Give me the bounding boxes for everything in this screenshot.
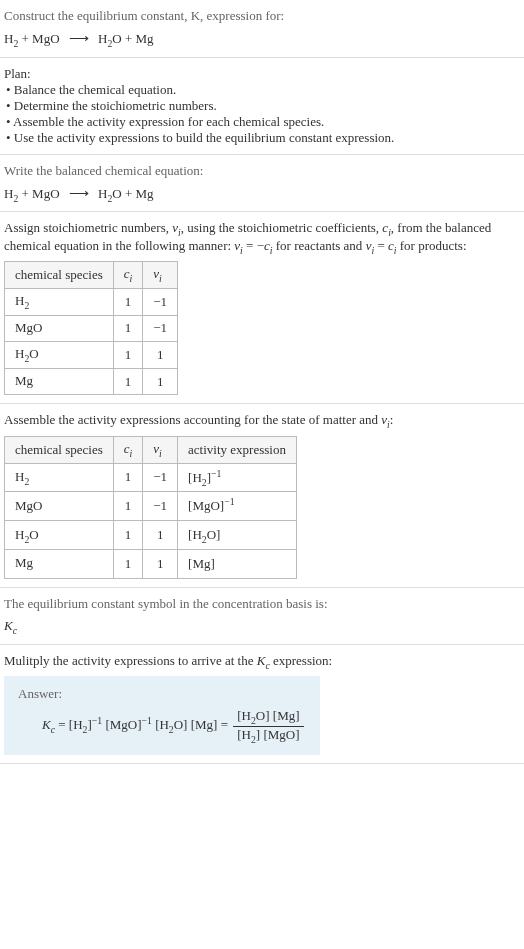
- sp: Mg: [15, 555, 33, 570]
- eq2: =: [374, 238, 388, 253]
- th-ci: ci: [113, 436, 143, 463]
- esup: −1: [224, 496, 234, 507]
- cell-nui: 1: [143, 521, 178, 550]
- cell-species: H2O: [5, 521, 114, 550]
- beq-plus-mgo: + MgO: [18, 186, 63, 201]
- symbol-prompt: The equilibrium constant symbol in the c…: [4, 596, 520, 612]
- eq-plus-mgo: + MgO: [18, 31, 63, 46]
- ap3: [MgO]: [102, 717, 141, 732]
- table-row: MgO1−1[MgO]−1: [5, 492, 297, 521]
- ap4: [H: [152, 717, 169, 732]
- ap1: Assemble the activity expressions accoun…: [4, 412, 381, 427]
- cell-nui: −1: [143, 288, 178, 315]
- intro-section: Construct the equilibrium constant, K, e…: [0, 0, 524, 58]
- cell-ci: 1: [113, 342, 143, 369]
- cell-species: MgO: [5, 492, 114, 521]
- k: K: [4, 618, 13, 633]
- multiply-prompt: Mulitply the activity expressions to arr…: [4, 653, 520, 671]
- th-ci: ci: [113, 262, 143, 289]
- plan-bullet-4: • Use the activity expressions to build …: [6, 130, 520, 146]
- th-species: chemical species: [5, 436, 114, 463]
- sprest: O: [29, 346, 38, 361]
- th-nui: νi: [143, 436, 178, 463]
- esup: −1: [211, 468, 221, 479]
- mp2: expression:: [270, 653, 332, 668]
- table-header-row: chemical species ci νi activity expressi…: [5, 436, 297, 463]
- sp: MgO: [15, 320, 42, 335]
- ap2: :: [390, 412, 394, 427]
- plan-bullet-2: • Determine the stoichiometric numbers.: [6, 98, 520, 114]
- beq-rest: O + Mg: [112, 186, 153, 201]
- cell-expr: [MgO]−1: [178, 492, 297, 521]
- cell-ci: 1: [113, 368, 143, 395]
- plan-bullet-1: • Balance the chemical equation.: [6, 82, 520, 98]
- answer-expression: Kc = [H2]−1 [MgO]−1 [H2O] [Mg] = [H2O] […: [42, 708, 306, 744]
- fraction: [H2O] [Mg][H2] [MgO]: [233, 708, 303, 744]
- em: O]: [207, 528, 221, 543]
- table-header-row: chemical species ci νi: [5, 262, 178, 289]
- aeq: = [H: [55, 717, 83, 732]
- cell-expr: [H2O]: [178, 521, 297, 550]
- cell-species: Mg: [5, 550, 114, 579]
- eq-h2: H: [4, 31, 13, 46]
- sp: Mg: [15, 373, 33, 388]
- th-nui-i: i: [159, 448, 162, 459]
- th-ci-i: i: [130, 273, 133, 284]
- cell-expr: [Mg]: [178, 550, 297, 579]
- ak: K: [42, 717, 51, 732]
- th-nui: νi: [143, 262, 178, 289]
- eb: [H: [188, 470, 202, 485]
- sp: H: [15, 469, 24, 484]
- sp1: Assign stoichiometric numbers,: [4, 220, 172, 235]
- sp5: for products:: [396, 238, 466, 253]
- table-row: H2O11[H2O]: [5, 521, 297, 550]
- multiply-section: Mulitply the activity expressions to arr…: [0, 645, 524, 764]
- activity-section: Assemble the activity expressions accoun…: [0, 404, 524, 588]
- plan-title: Plan:: [4, 66, 520, 82]
- intro-text: Construct the equilibrium constant, K, e…: [4, 8, 284, 23]
- cell-species: H2: [5, 288, 114, 315]
- activity-table: chemical species ci νi activity expressi…: [4, 436, 297, 579]
- th-ci-i: i: [130, 448, 133, 459]
- arrow-icon: ⟶: [69, 31, 89, 46]
- ap5: O] [Mg] =: [174, 717, 232, 732]
- cell-nui: −1: [143, 492, 178, 521]
- eb: [Mg]: [188, 557, 215, 572]
- as1: −1: [92, 715, 102, 726]
- cell-species: H2: [5, 463, 114, 492]
- sprest: O: [29, 527, 38, 542]
- cell-nui: 1: [143, 342, 178, 369]
- cell-ci: 1: [113, 521, 143, 550]
- mp1: Mulitply the activity expressions to arr…: [4, 653, 257, 668]
- arrow-icon: ⟶: [69, 186, 89, 201]
- eq-h2o-h: H: [95, 31, 108, 46]
- plan-section: Plan: • Balance the chemical equation. •…: [0, 58, 524, 155]
- cell-species: H2O: [5, 342, 114, 369]
- cell-ci: 1: [113, 315, 143, 342]
- symbol-section: The equilibrium constant symbol in the c…: [0, 588, 524, 645]
- cell-nui: −1: [143, 463, 178, 492]
- denominator: [H2] [MgO]: [233, 727, 303, 745]
- table-row: Mg11[Mg]: [5, 550, 297, 579]
- cell-nui: −1: [143, 315, 178, 342]
- cell-ci: 1: [113, 492, 143, 521]
- cell-nui: 1: [143, 550, 178, 579]
- symbol-kc: Kc: [4, 618, 520, 636]
- stoich-prompt: Assign stoichiometric numbers, νi, using…: [4, 220, 520, 255]
- ksub: c: [13, 625, 17, 636]
- balanced-prompt: Write the balanced chemical equation:: [4, 163, 520, 179]
- spsub: 2: [24, 475, 29, 486]
- cell-ci: 1: [113, 463, 143, 492]
- table-row: MgO1−1: [5, 315, 178, 342]
- table-row: Mg11: [5, 368, 178, 395]
- cell-ci: 1: [113, 288, 143, 315]
- sp: MgO: [15, 498, 42, 513]
- table-row: H2O11: [5, 342, 178, 369]
- d1: [H: [237, 727, 251, 742]
- cell-nui: 1: [143, 368, 178, 395]
- as2: −1: [142, 715, 152, 726]
- beq-h2o-h: H: [95, 186, 108, 201]
- th-species: chemical species: [5, 262, 114, 289]
- sp: H: [15, 346, 24, 361]
- intro-equation: H2 + MgO ⟶ H2O + Mg: [4, 30, 520, 49]
